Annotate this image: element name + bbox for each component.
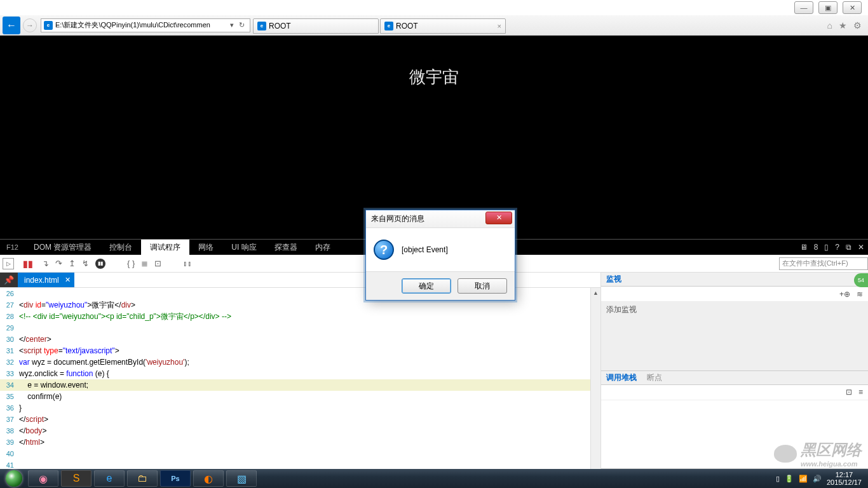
tab-console[interactable]: 控制台 bbox=[100, 240, 141, 255]
scrollbar-vertical[interactable]: ▲ bbox=[590, 288, 600, 469]
line-number[interactable]: 28 bbox=[0, 313, 19, 320]
step-over-icon[interactable]: ↷ bbox=[55, 259, 62, 268]
page-content[interactable]: 微宇宙 bbox=[0, 36, 868, 239]
taskbar-photoshop[interactable]: Ps bbox=[160, 470, 191, 487]
frames-icon[interactable]: ≡ bbox=[858, 388, 863, 396]
line-number[interactable]: 35 bbox=[0, 393, 19, 400]
address-bar[interactable]: e E:\新建文件夹\QQPinyin(1)\mulu\CDict\recomm… bbox=[41, 18, 250, 32]
back-button[interactable]: ← bbox=[3, 17, 20, 34]
step-out-icon[interactable]: ↥ bbox=[69, 259, 76, 268]
step-in-icon[interactable]: ↴ bbox=[42, 259, 49, 268]
tray-icon[interactable]: ▯ bbox=[776, 475, 780, 483]
taskbar-explorer[interactable]: 🗀 bbox=[127, 470, 158, 487]
taskbar-pictures[interactable]: ▧ bbox=[226, 470, 257, 487]
add-watch-label[interactable]: 添加监视 bbox=[606, 305, 637, 314]
favorites-icon[interactable]: ★ bbox=[839, 20, 847, 30]
taskbar-app-2[interactable]: S bbox=[61, 470, 92, 487]
just-my-code-icon[interactable]: ⫾⫾ bbox=[183, 259, 192, 268]
file-tab-close-icon[interactable]: ✕ bbox=[65, 276, 71, 284]
close-button[interactable]: ✕ bbox=[843, 1, 862, 14]
devtools-close-icon[interactable]: ✕ bbox=[858, 243, 864, 252]
code-editor[interactable]: 2627<div id="weiyuzhou">微宇宙</div>28<!-- … bbox=[0, 288, 600, 469]
pretty-print-icon[interactable]: { } bbox=[127, 259, 135, 268]
async-icon[interactable]: ⊡ bbox=[846, 388, 852, 396]
tab-root-2[interactable]: e ROOT × bbox=[380, 18, 506, 34]
tab-network[interactable]: 网络 bbox=[189, 240, 222, 255]
line-number[interactable]: 40 bbox=[0, 450, 19, 458]
watch-body[interactable]: 添加监视 bbox=[601, 302, 868, 370]
tray-network-icon[interactable]: 📶 bbox=[799, 475, 808, 483]
emulation-icon[interactable]: 🖥 bbox=[800, 243, 808, 252]
dialog-close-button[interactable]: ✕ bbox=[485, 212, 512, 224]
minimize-button[interactable]: — bbox=[794, 1, 813, 14]
line-number[interactable]: 34 bbox=[0, 381, 19, 389]
tray-sound-icon[interactable]: 🔊 bbox=[813, 475, 822, 483]
line-number[interactable]: 32 bbox=[0, 358, 19, 366]
refresh-watch-icon[interactable]: ≋ bbox=[857, 290, 863, 299]
code-line[interactable]: 31<script type="text/javascript"> bbox=[0, 345, 600, 356]
code-line[interactable]: 40 bbox=[0, 448, 600, 459]
code-line[interactable]: 35 confirm(e) bbox=[0, 391, 600, 402]
tab-close-icon[interactable]: × bbox=[498, 22, 501, 30]
line-number[interactable]: 33 bbox=[0, 370, 19, 377]
cancel-button[interactable]: 取消 bbox=[458, 278, 507, 294]
taskbar-firefox[interactable]: ◐ bbox=[193, 470, 224, 487]
home-icon[interactable]: ⌂ bbox=[827, 20, 832, 30]
file-picker-icon[interactable]: 📌 bbox=[0, 273, 18, 287]
forward-button[interactable]: → bbox=[23, 18, 37, 32]
dialog-titlebar[interactable]: 来自网页的消息 ✕ bbox=[366, 210, 515, 228]
code-line[interactable]: 36} bbox=[0, 402, 600, 414]
code-line[interactable]: 39</html> bbox=[0, 437, 600, 448]
code-line[interactable]: 38</body> bbox=[0, 425, 600, 437]
console-toggle-icon[interactable]: ▯ bbox=[824, 243, 829, 252]
word-wrap-icon[interactable]: ≣ bbox=[141, 259, 148, 268]
add-watch-icon[interactable]: +⊕ bbox=[839, 290, 850, 299]
tools-icon[interactable]: ⚙ bbox=[853, 20, 862, 30]
tab-root-1[interactable]: e ROOT bbox=[253, 18, 379, 34]
line-number[interactable]: 31 bbox=[0, 347, 19, 355]
code-line[interactable]: 30</center> bbox=[0, 334, 600, 345]
notification-badge[interactable]: 54 bbox=[854, 273, 868, 287]
help-icon[interactable]: ? bbox=[835, 243, 839, 252]
code-line[interactable]: 28<!-- <div id="weiyuzhou"><p id="child_… bbox=[0, 311, 600, 322]
watch-header[interactable]: 监视 bbox=[601, 273, 868, 287]
system-tray[interactable]: ▯ 🔋 📶 🔊 12:17 2015/12/17 bbox=[776, 471, 867, 486]
start-button[interactable] bbox=[1, 470, 27, 487]
file-tab-index[interactable]: index.html ✕ bbox=[18, 273, 74, 287]
code-line[interactable]: 32var wyz = document.getElementById('wei… bbox=[0, 356, 600, 368]
line-number[interactable]: 37 bbox=[0, 416, 19, 423]
tab-memory[interactable]: 内存 bbox=[306, 240, 339, 255]
refresh-icon[interactable]: ↻ bbox=[236, 21, 247, 29]
scroll-up-icon[interactable]: ▲ bbox=[591, 288, 600, 298]
break-all-icon[interactable]: ↯ bbox=[82, 259, 89, 268]
undock-icon[interactable]: ⧉ bbox=[846, 243, 851, 252]
dropdown-icon[interactable]: ▾ bbox=[227, 21, 236, 29]
callstack-tab[interactable]: 调用堆栈 bbox=[606, 372, 637, 383]
maximize-button[interactable]: ▣ bbox=[818, 1, 837, 14]
line-number[interactable]: 36 bbox=[0, 404, 19, 412]
code-line[interactable]: 37</script> bbox=[0, 414, 600, 425]
line-number[interactable]: 41 bbox=[0, 461, 19, 469]
line-number[interactable]: 39 bbox=[0, 438, 19, 446]
source-map-icon[interactable]: ⊡ bbox=[154, 259, 161, 268]
code-line[interactable]: 27<div id="weiyuzhou">微宇宙</div> bbox=[0, 299, 600, 311]
code-line[interactable]: 34 e = window.event; bbox=[0, 379, 600, 391]
line-number[interactable]: 27 bbox=[0, 301, 19, 309]
search-input[interactable]: 在文件中查找(Ctrl+F) bbox=[779, 257, 868, 270]
line-number[interactable]: 26 bbox=[0, 290, 19, 297]
continue-button[interactable]: ▷ bbox=[3, 258, 14, 269]
line-number[interactable]: 29 bbox=[0, 324, 19, 332]
taskbar-app-1[interactable]: ◉ bbox=[28, 470, 58, 487]
ok-button[interactable]: 确定 bbox=[402, 278, 451, 294]
tab-debugger[interactable]: 调试程序 bbox=[141, 240, 189, 255]
code-line[interactable]: 33wyz.onclick = function (e) { bbox=[0, 368, 600, 379]
break-mode-icon[interactable]: ▮▮ bbox=[95, 259, 105, 269]
breakpoints-tab[interactable]: 断点 bbox=[647, 372, 662, 383]
taskbar-ie[interactable]: e bbox=[94, 470, 125, 487]
tab-profiler[interactable]: 探查器 bbox=[266, 240, 306, 255]
tray-battery-icon[interactable]: 🔋 bbox=[785, 475, 794, 483]
line-number[interactable]: 30 bbox=[0, 336, 19, 343]
code-line[interactable]: 29 bbox=[0, 322, 600, 334]
tab-dom[interactable]: DOM 资源管理器 bbox=[25, 240, 100, 255]
line-number[interactable]: 38 bbox=[0, 427, 19, 435]
